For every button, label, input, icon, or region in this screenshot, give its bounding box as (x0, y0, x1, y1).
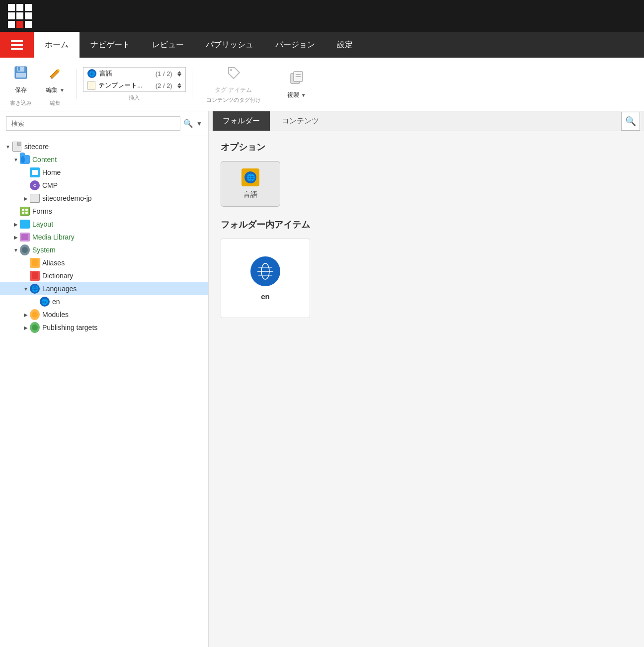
app-icon-cell-9 (25, 21, 32, 28)
insert-language-item[interactable]: 🌐 言語 (1 / 2) (83, 68, 185, 80)
tag-section-label: コンテンツのタグ付け (206, 96, 261, 104)
search-button[interactable]: 🔍 (183, 119, 193, 128)
tree-icon-forms (20, 206, 30, 216)
save-button[interactable]: 保存 (6, 62, 36, 97)
nav-item-publish[interactable]: パブリッシュ (195, 32, 264, 58)
tag-button-group: タグ アイテム コンテンツのタグ付け (198, 62, 269, 107)
nav-item-navigate[interactable]: ナビゲート (80, 32, 141, 58)
nav-bar: ホーム ナビゲート レビュー パブリッシュ バージョン 設定 (0, 32, 644, 58)
tree-icon-sitecore (12, 142, 22, 152)
app-icon-cell-5 (16, 12, 23, 19)
tree-toggle-system[interactable] (12, 246, 20, 254)
tree-label-modules: Modules (42, 311, 69, 319)
tree-toggle-publishing-targets[interactable] (22, 324, 30, 331)
tree-item-layout[interactable]: Layout (0, 218, 208, 231)
insert-template-arrow (177, 83, 181, 88)
tree-icon-cmp: C (30, 180, 40, 190)
insert-lang-count: (1 / 2) (146, 70, 172, 78)
tree-item-home[interactable]: Home (0, 166, 208, 179)
language-option-button[interactable]: 🌐 言語 (221, 161, 280, 207)
tree-label-media-library: Media Library (32, 233, 75, 241)
toolbar-divider-3 (275, 70, 275, 99)
tree-item-dictionary[interactable]: Dictionary (0, 269, 208, 282)
svg-rect-3 (16, 73, 26, 78)
tab-content[interactable]: コンテンツ (272, 111, 329, 131)
tab-folder[interactable]: フォルダー (213, 111, 270, 131)
tree-label-layout: Layout (32, 220, 53, 228)
tree-item-forms[interactable]: Forms (0, 205, 208, 218)
tree-icon-en: 🌐 (40, 297, 50, 307)
app-icon-cell-7 (8, 21, 15, 28)
tag-label: タグ アイテム (215, 86, 252, 94)
copy-label-wrap: 複製 ▼ (287, 91, 306, 99)
tree-icon-modules (30, 310, 40, 320)
tree-icon-dictionary (30, 271, 40, 281)
right-content: オプション 🌐 言語 フォルダー内アイテム (209, 131, 644, 647)
tree-label-sitecoredemo: sitecoredemo-jp (42, 194, 92, 202)
folder-item-en-label: en (261, 292, 270, 301)
tree-icon-media-library (20, 232, 30, 242)
insert-template-item[interactable]: テンプレート... (2 / 2) (83, 80, 185, 91)
tree-item-languages[interactable]: 🌐 Languages (0, 282, 208, 295)
tree-label-en: en (52, 298, 60, 306)
right-panel: フォルダー コンテンツ 🔍 オプション 🌐 言語 フォルダー内アイテム (209, 111, 644, 647)
tree-icon-aliases (30, 258, 40, 268)
insert-lang-label: 言語 (99, 69, 112, 78)
tree-toggle-media-library[interactable] (12, 233, 20, 241)
tree-toggle-sitecoredemo[interactable] (22, 194, 30, 202)
svg-point-4 (230, 69, 232, 71)
folder-item-en[interactable]: en (221, 239, 310, 318)
tree-item-sitecoredemo[interactable]: sitecoredemo-jp (0, 192, 208, 205)
app-icon[interactable] (8, 4, 32, 28)
folder-items-grid: en (221, 239, 632, 318)
tree-toggle-modules[interactable] (22, 311, 30, 319)
tree-item-publishing-targets[interactable]: Publishing targets (0, 321, 208, 334)
tree-icon-languages: 🌐 (30, 284, 40, 294)
tree-icon-sitecoredemo (30, 193, 40, 203)
search-input[interactable] (6, 116, 180, 131)
tree-item-content[interactable]: Content (0, 153, 208, 166)
tree-item-aliases[interactable]: Aliases (0, 256, 208, 269)
tree-icon-content (20, 155, 30, 164)
search-dropdown-button[interactable]: ▼ (196, 120, 202, 127)
copy-icon (289, 70, 305, 89)
tree-toggle-content[interactable] (12, 156, 20, 163)
language-option-label: 言語 (243, 190, 257, 199)
tree-item-modules[interactable]: Modules (0, 308, 208, 321)
nav-item-settings[interactable]: 設定 (326, 32, 364, 58)
tree-item-sitecore[interactable]: sitecore (0, 140, 208, 153)
insert-lang-icon: 🌐 (87, 69, 96, 78)
nav-item-version[interactable]: バージョン (264, 32, 326, 58)
tree-toggle-languages[interactable] (22, 285, 30, 293)
search-bar: 🔍 ▼ (0, 111, 208, 136)
tab-search-button[interactable]: 🔍 (621, 112, 640, 131)
tree-item-system[interactable]: System (0, 243, 208, 256)
copy-dropdown-arrow: ▼ (301, 92, 306, 98)
tree-container: sitecore Content (0, 136, 208, 647)
tag-icon (226, 65, 242, 84)
tree-label-content: Content (32, 156, 57, 163)
nav-item-home[interactable]: ホーム (34, 32, 80, 58)
nav-item-review[interactable]: レビュー (141, 32, 195, 58)
tree-item-en[interactable]: 🌐 en (0, 295, 208, 308)
tree-toggle-sitecore[interactable] (4, 143, 12, 151)
hamburger-button[interactable] (0, 32, 34, 58)
app-icon-cell-1 (8, 4, 15, 11)
toolbar: 保存 書き込み 編集 ▼ 編集 🌐 言語 (0, 58, 644, 111)
app-icon-cell-3 (25, 4, 32, 11)
app-icon-cell-8 (16, 21, 23, 28)
tree-icon-home (30, 167, 40, 177)
tree-icon-publishing-targets (30, 323, 40, 332)
tree-icon-layout (20, 219, 30, 229)
toolbar-edit-group: 編集 ▼ 編集 (40, 62, 71, 107)
tree-item-cmp[interactable]: C CMP (0, 179, 208, 192)
edit-button[interactable]: 編集 ▼ (40, 62, 71, 97)
left-panel: 🔍 ▼ sitecore (0, 111, 209, 647)
folder-items-title: フォルダー内アイテム (221, 219, 632, 231)
language-option-icon: 🌐 (242, 168, 259, 186)
edit-dropdown-arrow: ▼ (60, 87, 65, 93)
tree-toggle-layout[interactable] (12, 220, 20, 228)
tree-item-media-library[interactable]: Media Library (0, 231, 208, 243)
toolbar-divider-1 (77, 70, 77, 99)
toolbar-save-group: 保存 書き込み (6, 62, 36, 107)
